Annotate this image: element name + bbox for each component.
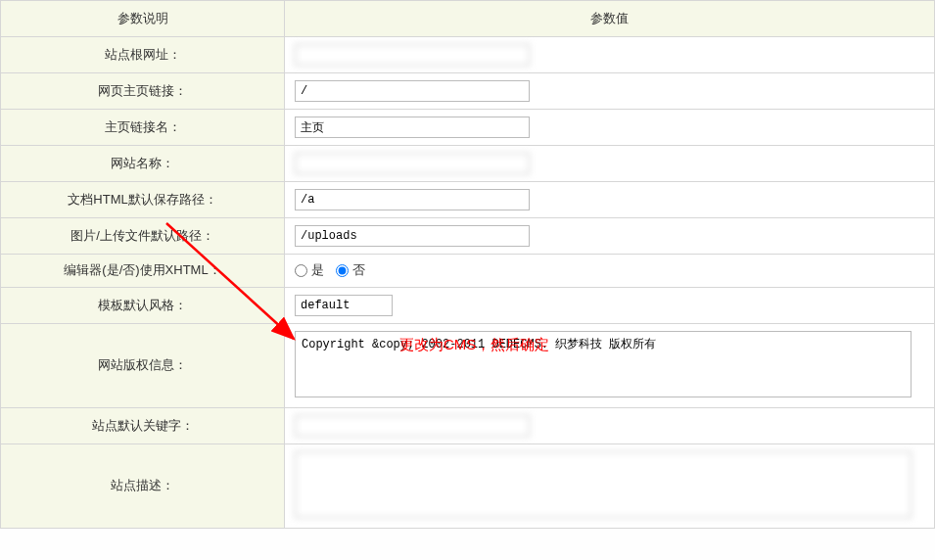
input-site-root-url[interactable]: [295, 44, 530, 66]
radio-label-no: 否: [352, 261, 365, 279]
label-upload-path: 图片/上传文件默认路径：: [1, 218, 285, 255]
config-table: 参数说明 参数值 站点根网址： 网页主页链接： 主页链接名： 网站名称： 文档H…: [0, 0, 935, 529]
label-copyright: 网站版权信息：: [1, 323, 285, 407]
label-editor-xhtml: 编辑器(是/否)使用XHTML：: [1, 255, 285, 288]
radio-group-xhtml: 是 否: [295, 261, 365, 279]
input-upload-path[interactable]: [295, 225, 530, 247]
label-description: 站点描述：: [1, 443, 285, 528]
label-html-path: 文档HTML默认保存路径：: [1, 182, 285, 218]
input-site-name[interactable]: [295, 153, 530, 174]
input-keywords[interactable]: [295, 415, 530, 437]
header-param-desc: 参数说明: [1, 1, 285, 37]
radio-xhtml-no[interactable]: [336, 264, 349, 277]
input-home-link[interactable]: [295, 80, 530, 102]
label-keywords: 站点默认关键字：: [1, 407, 285, 443]
input-template-style[interactable]: [295, 295, 393, 316]
radio-xhtml-yes[interactable]: [295, 264, 307, 277]
radio-label-yes: 是: [311, 261, 324, 279]
label-home-link-name: 主页链接名：: [1, 110, 285, 146]
textarea-description[interactable]: [295, 451, 912, 518]
header-param-value: 参数值: [285, 1, 935, 37]
input-home-link-name[interactable]: [295, 117, 530, 138]
label-template-style: 模板默认风格：: [1, 287, 285, 323]
label-home-link: 网页主页链接：: [1, 73, 285, 110]
label-site-root-url: 站点根网址：: [1, 37, 285, 73]
label-site-name: 网站名称：: [1, 146, 285, 182]
input-html-path[interactable]: [295, 189, 530, 210]
textarea-copyright[interactable]: [295, 331, 912, 397]
